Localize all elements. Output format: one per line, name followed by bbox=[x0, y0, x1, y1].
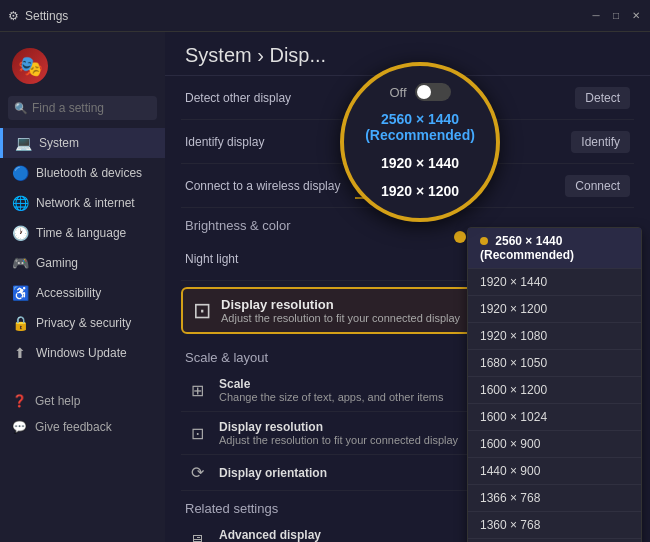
magnify-toggle-knob bbox=[417, 85, 431, 99]
orientation-icon: ⟳ bbox=[185, 463, 209, 482]
dropdown-item-7[interactable]: 1600 × 900 bbox=[468, 431, 641, 458]
dropdown-item-9[interactable]: 1366 × 768 bbox=[468, 485, 641, 512]
network-icon: 🌐 bbox=[12, 195, 28, 211]
magnify-circle: Off 2560 × 1440 (Recommended) 1920 × 144… bbox=[340, 62, 500, 222]
dropdown-item-4[interactable]: 1680 × 1050 bbox=[468, 350, 641, 377]
sidebar: 🎭 🔍 💻 System 🔵 Bluetooth & devices 🌐 Net… bbox=[0, 32, 165, 542]
magnify-toggle-row: Off bbox=[381, 79, 458, 105]
window-controls[interactable]: ─ □ ✕ bbox=[590, 10, 642, 22]
feedback-icon: 💬 bbox=[12, 420, 27, 434]
sidebar-item-accessibility[interactable]: ♿ Accessibility bbox=[0, 278, 165, 308]
arrow-dot bbox=[453, 230, 467, 244]
help-icon: ❓ bbox=[12, 394, 27, 408]
get-help-link[interactable]: ❓ Get help bbox=[0, 388, 165, 414]
search-input[interactable] bbox=[8, 96, 157, 120]
sidebar-item-privacy[interactable]: 🔒 Privacy & security bbox=[0, 308, 165, 338]
dropdown-item-10[interactable]: 1360 × 768 bbox=[468, 512, 641, 539]
magnify-toggle[interactable] bbox=[415, 83, 451, 101]
magnify-item-1: 1920 × 1440 bbox=[344, 149, 496, 177]
highlighted-title: Display resolution bbox=[221, 297, 460, 312]
selected-indicator bbox=[480, 237, 488, 245]
resolution-icon: ⊡ bbox=[193, 298, 211, 324]
detect-button[interactable]: Detect bbox=[575, 87, 630, 109]
gaming-icon: 🎮 bbox=[12, 255, 28, 271]
accessibility-icon: ♿ bbox=[12, 285, 28, 301]
sidebar-item-windows-update[interactable]: ⬆ Windows Update bbox=[0, 338, 165, 368]
minimize-button[interactable]: ─ bbox=[590, 10, 602, 22]
sidebar-item-network[interactable]: 🌐 Network & internet bbox=[0, 188, 165, 218]
magnify-item-2: 1920 × 1200 bbox=[344, 177, 496, 205]
search-box[interactable]: 🔍 bbox=[8, 96, 157, 120]
privacy-icon: 🔒 bbox=[12, 315, 28, 331]
breadcrumb: System › Disp... bbox=[185, 44, 326, 66]
dropdown-item-6[interactable]: 1600 × 1024 bbox=[468, 404, 641, 431]
display-res-icon: ⊡ bbox=[185, 424, 209, 443]
sidebar-item-time[interactable]: 🕐 Time & language bbox=[0, 218, 165, 248]
sidebar-item-gaming[interactable]: 🎮 Gaming bbox=[0, 248, 165, 278]
update-icon: ⬆ bbox=[12, 345, 28, 361]
magnify-item-0: 2560 × 1440 (Recommended) bbox=[344, 105, 496, 149]
main-content: System › Disp... Detect other display De… bbox=[165, 32, 650, 542]
scale-icon: ⊞ bbox=[185, 381, 209, 400]
sidebar-item-system[interactable]: 💻 System bbox=[0, 128, 165, 158]
search-icon: 🔍 bbox=[14, 102, 28, 115]
bluetooth-icon: 🔵 bbox=[12, 165, 28, 181]
avatar-section: 🎭 bbox=[0, 40, 165, 92]
dropdown-item-0[interactable]: 2560 × 1440 (Recommended) bbox=[468, 228, 641, 269]
system-icon: 💻 bbox=[15, 135, 31, 151]
sidebar-item-bluetooth[interactable]: 🔵 Bluetooth & devices bbox=[0, 158, 165, 188]
window-title: ⚙ Settings bbox=[8, 9, 68, 23]
resolution-dropdown[interactable]: 2560 × 1440 (Recommended) 1920 × 1440 19… bbox=[467, 227, 642, 542]
advanced-display-icon: 🖥 bbox=[185, 532, 209, 542]
dropdown-item-2[interactable]: 1920 × 1200 bbox=[468, 296, 641, 323]
avatar: 🎭 bbox=[12, 48, 48, 84]
window-chrome: ⚙ Settings ─ □ ✕ bbox=[0, 0, 650, 32]
highlighted-subtitle: Adjust the resolution to fit your connec… bbox=[221, 312, 460, 324]
close-button[interactable]: ✕ bbox=[630, 10, 642, 22]
dropdown-item-1[interactable]: 1920 × 1440 bbox=[468, 269, 641, 296]
connect-button[interactable]: Connect bbox=[565, 175, 630, 197]
identify-button[interactable]: Identify bbox=[571, 131, 630, 153]
svg-point-0 bbox=[454, 231, 466, 243]
time-icon: 🕐 bbox=[12, 225, 28, 241]
dropdown-item-3[interactable]: 1920 × 1080 bbox=[468, 323, 641, 350]
give-feedback-link[interactable]: 💬 Give feedback bbox=[0, 414, 165, 440]
dropdown-item-8[interactable]: 1440 × 900 bbox=[468, 458, 641, 485]
maximize-button[interactable]: □ bbox=[610, 10, 622, 22]
dropdown-item-5[interactable]: 1600 × 1200 bbox=[468, 377, 641, 404]
